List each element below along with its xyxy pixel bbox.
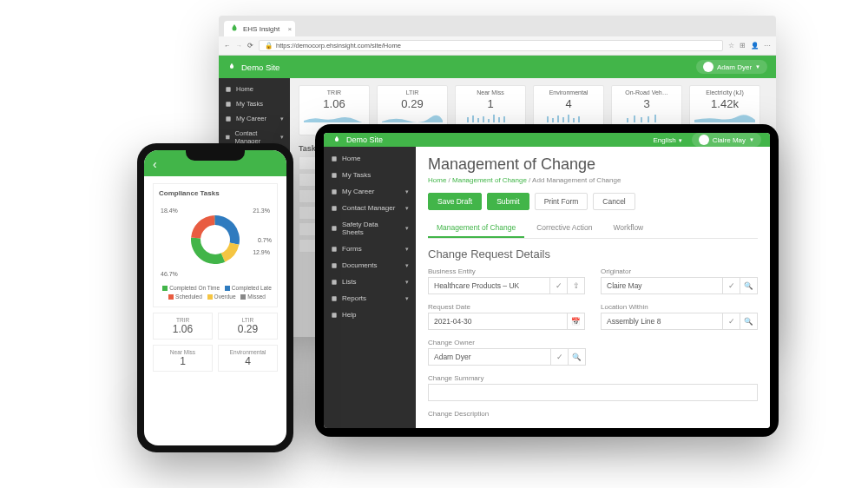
- search-icon[interactable]: 🔍: [740, 313, 757, 329]
- chevron-down-icon: ▾: [405, 225, 409, 232]
- sidebar-item-home[interactable]: Home: [219, 82, 290, 96]
- originator-field[interactable]: Claire May ✓ 🔍: [601, 277, 758, 294]
- sidebar-item-documents[interactable]: Documents▾: [324, 257, 416, 274]
- cancel-button[interactable]: Cancel: [593, 193, 635, 210]
- sidebar-item-label: Forms: [342, 245, 362, 253]
- sidebar-item-safety-data-sheets[interactable]: Safety Data Sheets▾: [324, 216, 416, 241]
- check-icon[interactable]: ✓: [549, 278, 567, 293]
- extension-icon[interactable]: ⊞: [740, 42, 746, 49]
- people-icon: [331, 205, 338, 212]
- print-form-button[interactable]: Print Form: [535, 193, 589, 210]
- sidebar-item-home[interactable]: Home: [324, 150, 416, 167]
- svg-rect-1: [226, 102, 230, 106]
- user-chip[interactable]: Adam Dyer ▼: [696, 60, 767, 74]
- sidebar-item-my-career[interactable]: My Career▾: [324, 183, 416, 200]
- star-icon: [331, 188, 338, 195]
- help-icon: [331, 312, 338, 319]
- nav-back-icon[interactable]: ←: [224, 42, 231, 49]
- sparkline-icon: [304, 112, 365, 122]
- svg-rect-12: [498, 117, 500, 122]
- request-date-label: Request Date: [428, 303, 585, 311]
- check-icon[interactable]: ✓: [722, 278, 740, 293]
- sidebar-item-label: Help: [342, 311, 356, 319]
- submit-button[interactable]: Submit: [487, 193, 529, 210]
- close-tab-icon[interactable]: ×: [288, 25, 293, 33]
- business-entity-field[interactable]: Healthcare Products – UK ✓ ⇪: [428, 277, 585, 294]
- location-within-field[interactable]: Assembly Line 8 ✓ 🔍: [601, 313, 758, 330]
- chevron-down-icon: ▼: [749, 137, 754, 142]
- sidebar-item-my-career[interactable]: My Career▾: [219, 111, 290, 126]
- check-icon[interactable]: ✓: [722, 313, 740, 329]
- change-description-label: Change Description: [428, 410, 758, 418]
- kpi-card[interactable]: TRIR1.06: [153, 313, 213, 340]
- page-title: Management of Change: [428, 155, 758, 174]
- search-icon[interactable]: 🔍: [740, 278, 757, 293]
- request-date-field[interactable]: 2021-04-30 📅: [428, 313, 585, 330]
- sparkline-icon: [694, 112, 755, 122]
- compliance-tasks-card: Compliance Tasks 18.4% 21.3%: [153, 183, 278, 307]
- chevron-down-icon: ▾: [405, 295, 409, 302]
- kpi-value: 0.29: [222, 323, 273, 335]
- chevron-down-icon: ▾: [280, 115, 284, 122]
- card-title: Compliance Tasks: [159, 189, 272, 197]
- reload-icon[interactable]: ⟳: [247, 42, 253, 49]
- kpi-card[interactable]: Environmental4: [218, 345, 278, 372]
- home-icon: [331, 155, 338, 162]
- sidebar-item-my-tasks[interactable]: My Tasks: [324, 167, 416, 183]
- kpi-card[interactable]: LTIR0.29: [218, 313, 278, 340]
- sidebar-item-lists[interactable]: Lists▾: [324, 274, 416, 290]
- breadcrumb-item[interactable]: Home: [428, 176, 446, 184]
- tab-management-of-change[interactable]: Management of Change: [428, 219, 524, 238]
- chevron-down-icon: ▾: [405, 246, 409, 253]
- site-title: Demo Site: [241, 63, 279, 72]
- chevron-down-icon: ▾: [280, 134, 284, 141]
- tablet-device: Demo Site English ▼ Claire May ▼ HomeMy …: [315, 124, 779, 437]
- more-icon[interactable]: ⋯: [764, 42, 771, 49]
- save-draft-button[interactable]: Save Draft: [428, 193, 482, 210]
- breadcrumb-item[interactable]: Management of Change: [452, 176, 527, 184]
- user-chip[interactable]: Claire May ▼: [692, 133, 761, 147]
- svg-rect-0: [226, 87, 230, 91]
- sidebar-item-label: My Tasks: [236, 100, 263, 108]
- svg-rect-23: [641, 117, 642, 122]
- change-summary-field[interactable]: [428, 384, 758, 401]
- donut-chart: 18.4% 21.3% 0.7% 12.9% 46.7%: [159, 201, 272, 279]
- svg-rect-8: [477, 118, 479, 122]
- sidebar-item-my-tasks[interactable]: My Tasks: [219, 96, 290, 111]
- svg-rect-29: [332, 206, 336, 210]
- lock-icon: 🔒: [265, 42, 273, 49]
- clipboard-icon: [331, 246, 338, 253]
- tab-corrective-action[interactable]: Corrective Action: [528, 219, 601, 238]
- sidebar-item-contact-manager[interactable]: Contact Manager▾: [324, 200, 416, 216]
- change-owner-field[interactable]: Adam Dyer ✓ 🔍: [428, 348, 586, 366]
- folder-icon: [331, 262, 338, 269]
- check-icon[interactable]: ✓: [550, 349, 568, 365]
- tab-workflow[interactable]: Workflow: [604, 219, 652, 238]
- location-within-label: Location Within: [601, 303, 758, 311]
- browser-tab[interactable]: EHS Insight ×: [224, 21, 295, 36]
- search-icon[interactable]: 🔍: [568, 349, 585, 365]
- sidebar-item-label: Home: [236, 85, 253, 93]
- svg-rect-28: [332, 189, 336, 194]
- chart-label: 21.3%: [253, 208, 270, 214]
- back-icon[interactable]: ‹: [153, 157, 157, 171]
- language-selector[interactable]: English ▼: [653, 136, 682, 144]
- sidebar-item-reports[interactable]: Reports▾: [324, 290, 416, 307]
- favorite-icon[interactable]: ☆: [728, 42, 734, 49]
- url-input[interactable]: 🔒 https://democorp.ehsinsight.com/site/H…: [259, 40, 723, 51]
- kpi-card[interactable]: Near Miss1: [153, 345, 213, 372]
- sidebar-item-help[interactable]: Help: [324, 307, 416, 323]
- svg-rect-16: [557, 115, 559, 122]
- share-icon[interactable]: ⇪: [567, 278, 584, 293]
- phone-device: ‹ Compliance Tasks: [137, 143, 293, 452]
- chevron-down-icon: ▼: [678, 138, 683, 143]
- kpi-value: 3: [643, 97, 649, 110]
- tab-favicon-icon: [229, 23, 240, 34]
- nav-forward-icon[interactable]: →: [236, 42, 243, 49]
- calendar-icon[interactable]: 📅: [567, 313, 584, 329]
- chart-label: 12.9%: [253, 249, 270, 255]
- profile-icon[interactable]: 👤: [751, 42, 759, 49]
- kpi-label: TRIR: [327, 89, 341, 96]
- kpi-label: Near Miss: [157, 349, 208, 355]
- sidebar-item-forms[interactable]: Forms▾: [324, 241, 416, 257]
